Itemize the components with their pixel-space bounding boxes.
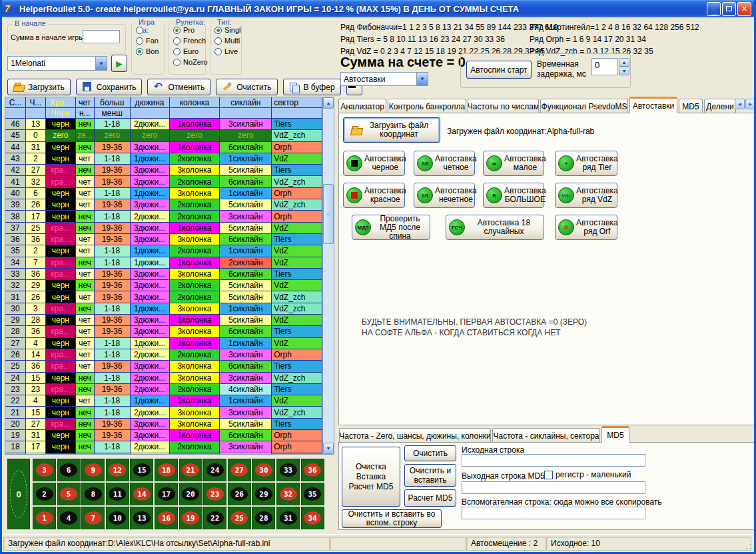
roulette-number-cell[interactable]: 33 (276, 459, 300, 481)
tab-функционал-psevdoms[interactable]: Функционал PsevdoMS (540, 99, 628, 113)
tab-md5[interactable]: MD5 (601, 426, 629, 443)
autobet-button-tier[interactable]: ✦Автоставка ряд Tier (555, 151, 617, 176)
md5-out-input[interactable] (462, 481, 645, 494)
roulette-number-cell[interactable]: 5 (57, 483, 81, 505)
roulette-number-cell[interactable]: 2 (33, 483, 56, 505)
roulette-number-cell[interactable]: 1 (33, 507, 56, 529)
roulette-number-cell[interactable]: 35 (301, 483, 324, 505)
radio-icon[interactable] (136, 37, 143, 45)
tab-scroll-left-icon[interactable]: ◄ (735, 99, 745, 109)
scroll-up-icon[interactable]: ▲ (323, 97, 334, 109)
autobet-button-small[interactable]: мАвтоставка малое (483, 151, 544, 176)
maximize-button[interactable] (722, 2, 736, 16)
toolbar-button-copy[interactable]: В буфер (283, 79, 341, 95)
md5-clear-button[interactable]: Очистить (404, 445, 456, 461)
md5-big-button[interactable]: Очистка Вставка Расчет MD5 (342, 447, 400, 507)
checkbox-icon[interactable] (544, 471, 553, 479)
column-header[interactable]: С... (5, 97, 26, 108)
roulette-number-cell[interactable]: 18 (155, 459, 178, 481)
tab-md5[interactable]: MD5 (679, 99, 703, 113)
roulette-number-cell[interactable]: 15 (130, 459, 153, 481)
resize-grip[interactable] (745, 543, 753, 551)
radio-icon[interactable] (214, 27, 222, 34)
autobet-button-orf[interactable]: ❂Автоставка ряд Orf (555, 215, 617, 240)
roulette-number-cell[interactable]: 9 (81, 459, 105, 481)
roulette-number-cell[interactable]: 36 (301, 459, 324, 481)
minimize-button[interactable]: ▁ (707, 2, 721, 16)
toolbar-button-folder-open[interactable]: Загрузить (7, 79, 71, 95)
column-header[interactable] (5, 108, 26, 119)
column-header[interactable]: Кра... (46, 97, 76, 108)
close-button[interactable]: ✕ (737, 2, 751, 16)
column-header[interactable]: Ч... (26, 97, 46, 108)
roulette-number-cell[interactable]: 32 (276, 483, 300, 505)
roulette-number-cell[interactable]: 4 (57, 507, 81, 529)
roulette-number-cell[interactable]: 11 (106, 483, 129, 505)
roulette-number-cell[interactable]: 14 (130, 483, 153, 505)
spinner-down-icon[interactable]: ▼ (619, 67, 629, 75)
tab-анализатор[interactable]: Анализатор (338, 99, 386, 113)
play-button[interactable]: ▶ (111, 55, 127, 72)
roulette-number-cell[interactable]: 3 (33, 459, 56, 481)
radio-option-fan[interactable]: Fan (136, 37, 164, 45)
toolbar-button-brush[interactable]: Очистить (216, 79, 277, 95)
tab-делени[interactable]: Делени (704, 99, 736, 113)
radio-icon[interactable] (173, 59, 181, 66)
roulette-number-cell[interactable]: 25 (228, 507, 251, 529)
roulette-number-cell[interactable]: 20 (179, 483, 202, 505)
radio-icon[interactable] (136, 48, 143, 55)
strategy-combobox[interactable]: 1Melonati ▼ (7, 56, 107, 71)
md5-calc-button[interactable]: Расчет MD5 (404, 489, 456, 507)
radio-icon[interactable] (136, 27, 143, 34)
radio-icon[interactable] (214, 37, 222, 45)
roulette-number-cell[interactable]: 16 (155, 507, 178, 529)
column-header[interactable]: сиклайн (220, 97, 272, 108)
column-header[interactable] (272, 108, 322, 119)
toolbar-button-floppy[interactable]: Сохранить (76, 79, 143, 95)
start-sum-input[interactable] (83, 30, 120, 43)
autobet-button-vdz[interactable]: VdzАвтоставка ряд VdZ (555, 183, 617, 208)
column-header[interactable]: сектор (272, 97, 322, 108)
autobet-button-random[interactable]: ГСЧАвтоставка 18 случайных (446, 215, 544, 240)
roulette-number-cell[interactable]: 26 (228, 483, 251, 505)
radio-option-bon[interactable]: Bon (136, 47, 164, 55)
tab-частоты-по-числам[interactable]: Частоты по числам (468, 99, 539, 113)
column-header[interactable]: дюжина (131, 97, 170, 108)
radio-option-pro[interactable]: Pro (173, 26, 205, 34)
md5-clear-paste-aux-button[interactable]: Очистить и вставить во вспом. строку (342, 509, 442, 528)
scrollbar-thumb[interactable]: ≡ (323, 184, 334, 244)
column-header[interactable]: Черн (46, 108, 76, 119)
delay-spinner[interactable]: 0 ▲ ▼ (591, 58, 629, 75)
radio-option-multi[interactable]: Multi (214, 37, 241, 45)
radio-option-nozero[interactable]: NoZero (173, 58, 205, 66)
tab-автоставки[interactable]: Автоставки (629, 97, 677, 113)
autobets-combobox[interactable]: Автоставки ▼ (340, 72, 428, 86)
roulette-number-cell[interactable]: 8 (81, 483, 105, 505)
roulette-zero-cell[interactable]: 0 (7, 459, 30, 529)
column-header[interactable] (220, 108, 272, 119)
autobet-button-even[interactable]: 2/2Автоставка четное (414, 151, 475, 176)
roulette-number-cell[interactable]: 22 (203, 507, 226, 529)
chevron-down-icon[interactable]: ▼ (416, 73, 428, 85)
roulette-number-cell[interactable]: 23 (203, 483, 226, 505)
roulette-number-cell[interactable]: 7 (81, 507, 105, 529)
radio-option-euro[interactable]: Euro (173, 47, 205, 55)
autospin-start-button[interactable]: Автоспин старт (466, 61, 532, 79)
load-coords-button[interactable]: Загрузить файл координат (343, 117, 440, 143)
md5-source-input[interactable] (462, 454, 645, 467)
md5-clear-paste-button[interactable]: Очистить и вставить (404, 464, 456, 487)
radio-option-live[interactable]: Live (214, 47, 241, 55)
roulette-number-cell[interactable]: 13 (130, 507, 153, 529)
roulette-number-cell[interactable]: 28 (252, 507, 275, 529)
column-header[interactable] (170, 108, 220, 119)
radio-icon[interactable] (173, 48, 181, 55)
roulette-number-cell[interactable]: 30 (252, 459, 275, 481)
autobet-button-big[interactable]: БАвтоставка БОЛЬШОЕ (483, 183, 544, 208)
scroll-down-icon[interactable]: ▼ (323, 443, 334, 454)
md5-case-checkbox[interactable]: регистр - маленький (544, 470, 631, 479)
column-header[interactable] (26, 108, 46, 119)
table-scrollbar[interactable]: ▲ ≡ ▼ (322, 97, 334, 454)
spinner-up-icon[interactable]: ▲ (619, 58, 629, 67)
autobet-button-md5[interactable]: МД5Проверить МД5 после спина (352, 215, 430, 240)
chevron-down-icon[interactable]: ▼ (95, 57, 107, 70)
